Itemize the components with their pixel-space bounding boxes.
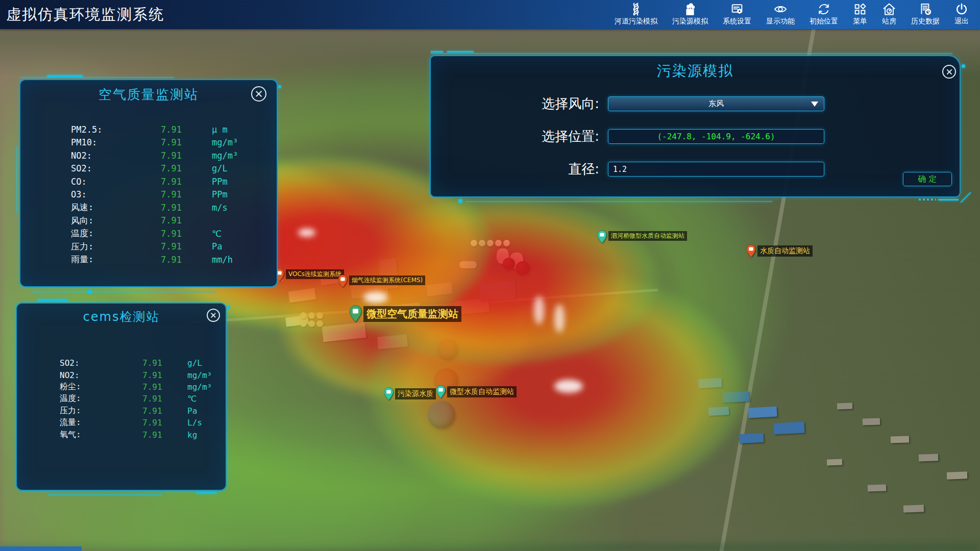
data-row: CO: 7.91 PPm [20, 175, 277, 188]
diameter-row: 直径: 1.2 [431, 162, 599, 177]
map-marker[interactable]: 烟气连续监测系统(CEMS) [338, 274, 425, 288]
panel-decoration [962, 64, 965, 68]
row-unit: ℃ [212, 229, 222, 239]
menu-item[interactable]: 显示功能 [766, 0, 795, 26]
menu-item[interactable]: 河道污染模拟 [615, 0, 657, 26]
row-unit: mg/m³ [187, 370, 212, 380]
chevron-down-icon [811, 102, 818, 107]
wind-direction-select[interactable]: 东风 [608, 96, 824, 111]
map-pin-icon [597, 230, 607, 243]
panel-decoration [37, 299, 68, 301]
building [708, 407, 729, 416]
menu-item-label: 初始位置 [810, 16, 838, 26]
panel-decoration [431, 51, 443, 53]
row-value: 7.91 [161, 229, 212, 239]
top-bar: 虚拟仿真环境监测系统 河道污染模拟 污染源模拟 系统设置 [0, 0, 980, 29]
menu-item[interactable]: 菜单 [853, 0, 867, 26]
marker-label: 烟气连续监测系统(CEMS) [349, 276, 425, 285]
data-row: O3: 7.91 PPm [20, 188, 277, 202]
menu-item[interactable]: 退出 [954, 0, 969, 26]
menu-item-icon [730, 2, 744, 16]
building [377, 335, 408, 349]
menu-item-label: 菜单 [853, 16, 867, 26]
data-row: 风向: 7.91 [20, 214, 277, 228]
smoke-plume [298, 229, 315, 237]
close-icon[interactable] [251, 86, 266, 102]
panel-decoration [465, 201, 772, 202]
row-value: 7.91 [161, 189, 212, 199]
row-value: 7.91 [161, 241, 212, 252]
wind-direction-label: 选择风向: [431, 96, 599, 111]
data-row: 温度: 7.91 ℃ [17, 393, 226, 405]
building [322, 322, 366, 342]
row-value: 7.91 [142, 394, 187, 404]
data-row: 流量: 7.91 L/s [17, 417, 226, 429]
row-value: 7.91 [161, 177, 212, 187]
bottom-edge-decoration [0, 546, 82, 551]
map-marker[interactable]: VOCs连续监测系统 [275, 268, 344, 282]
map-marker[interactable]: 微型水质自动监测站 [436, 385, 517, 398]
row-label: 流量: [60, 417, 142, 428]
row-unit: m/s [212, 203, 228, 213]
wind-direction-row: 选择风向: 东风 [431, 96, 599, 111]
close-icon[interactable] [207, 309, 220, 322]
panel-decoration [227, 306, 230, 309]
row-unit: mg/m³ [212, 151, 238, 161]
row-label: O3: [71, 189, 161, 199]
smoke-plume [554, 380, 583, 393]
building [919, 454, 938, 461]
diameter-input[interactable]: 1.2 [608, 162, 824, 177]
map-pin-icon [746, 244, 756, 258]
row-value: 7.91 [161, 203, 212, 213]
menu-icon [853, 2, 867, 16]
map-marker[interactable]: 微型空气质量监测站 [349, 305, 461, 322]
row-label: 粉尘: [60, 382, 142, 392]
row-label: 温度: [60, 393, 142, 404]
system-settings-icon [730, 2, 744, 16]
panel-decoration [16, 146, 17, 213]
menu-item[interactable]: 系统设置 [723, 0, 751, 26]
row-label: SO2: [71, 163, 161, 173]
menu-item[interactable]: 历史数据 [911, 0, 940, 26]
map-pin-icon [338, 274, 348, 288]
map-marker[interactable]: 泗河桥微型水质自动监测站 [597, 230, 687, 243]
gas-sphere [428, 401, 455, 429]
row-label: 压力: [71, 241, 161, 253]
pollution-panel-title: 污染源模拟 [431, 61, 960, 81]
building [698, 378, 722, 388]
map-marker[interactable]: 污染源水质 [384, 387, 436, 400]
data-row: 压力: 7.91 Pa [17, 405, 226, 417]
smoke-plume [554, 304, 565, 333]
gas-sphere [437, 339, 458, 360]
diameter-value: 1.2 [613, 165, 627, 174]
map-pin-icon [349, 305, 362, 322]
building [891, 436, 909, 443]
map-marker[interactable]: 水质自动监测站 [746, 244, 813, 258]
row-unit: g/L [212, 163, 228, 173]
menu-item[interactable]: 站房 [882, 0, 896, 26]
row-unit: mg/m³ [212, 137, 238, 147]
marker-label: 泗河桥微型水质自动监测站 [608, 231, 687, 241]
initial-position-icon [817, 2, 831, 16]
menu-item[interactable]: 污染源模拟 [672, 0, 708, 26]
row-value: 7.91 [142, 418, 187, 428]
air-quality-panel: 空气质量监测站 PM2.5: 7.91 μ m PM10: 7.91 mg/m³… [19, 79, 278, 287]
row-value: 7.91 [161, 151, 212, 161]
confirm-button[interactable]: 确 定 [903, 172, 952, 186]
treatment-basin [300, 320, 307, 327]
close-icon[interactable] [942, 65, 956, 79]
row-label: 风向: [71, 215, 161, 227]
row-label: NO2: [60, 370, 142, 380]
row-value: 7.91 [161, 163, 212, 173]
menu-item-label: 历史数据 [911, 16, 940, 26]
treatment-basin [316, 312, 323, 319]
position-input[interactable]: (-247.8, -104.9, -624.6) [608, 129, 824, 144]
storage-tank [495, 240, 502, 246]
building [288, 288, 316, 303]
menu-item-label: 河道污染模拟 [615, 16, 657, 26]
panel-decoration [278, 85, 281, 88]
row-value: 7.91 [142, 430, 187, 440]
data-row: 压力: 7.91 Pa [20, 240, 277, 254]
menu-item-icon [773, 2, 788, 16]
menu-item[interactable]: 初始位置 [810, 0, 838, 26]
